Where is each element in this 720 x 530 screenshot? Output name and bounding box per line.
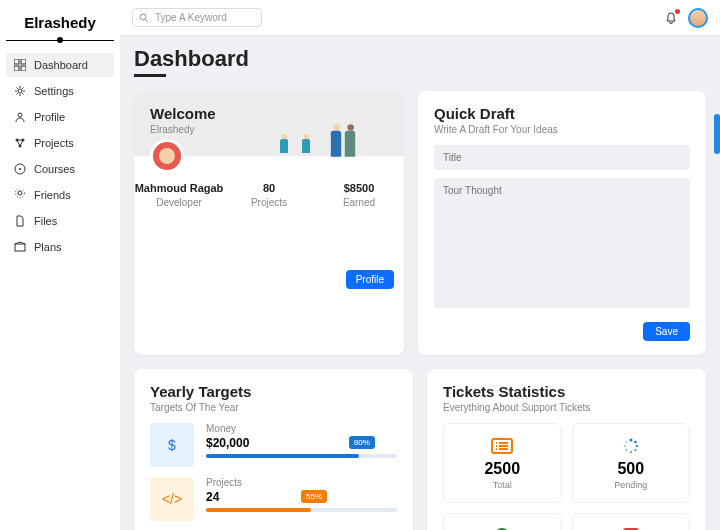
scrollbar-thumb[interactable] [714, 114, 720, 154]
sidebar-item-plans[interactable]: Plans [6, 235, 114, 259]
svg-rect-13 [15, 244, 25, 251]
draft-title-input[interactable] [434, 145, 690, 170]
svg-point-25 [636, 445, 638, 447]
svg-point-27 [630, 451, 632, 453]
sidebar-item-label: Courses [34, 163, 75, 175]
svg-point-5 [18, 113, 22, 117]
welcome-avatar [150, 139, 184, 173]
svg-point-28 [625, 449, 627, 451]
plans-icon [14, 241, 26, 253]
welcome-stat: 80Projects [224, 182, 314, 208]
save-button[interactable]: Save [643, 322, 690, 341]
svg-point-23 [629, 439, 632, 442]
search-input[interactable]: Type A Keyword [132, 8, 262, 27]
dashboard-icon [14, 59, 26, 71]
quick-draft-card: Quick Draft Write A Draft For Your Ideas… [418, 91, 706, 355]
spinner-icon [579, 436, 684, 456]
svg-point-14 [140, 14, 146, 20]
main-content: Dashboard Welcome Elrashedy [120, 36, 720, 530]
money-icon: $ [150, 423, 194, 467]
search-icon [139, 13, 149, 23]
notification-badge [675, 9, 680, 14]
targets-title: Yearly Targets [150, 383, 397, 400]
ticket-closed [443, 513, 562, 530]
sidebar-item-dashboard[interactable]: Dashboard [6, 53, 114, 77]
sidebar-item-label: Dashboard [34, 59, 88, 71]
svg-point-24 [634, 441, 637, 444]
tickets-subtitle: Everything About Support Tickets [443, 402, 690, 413]
search-placeholder: Type A Keyword [155, 12, 227, 23]
friends-icon [14, 189, 26, 201]
welcome-stat: Mahmoud RagabDeveloper [134, 182, 224, 208]
target-row: </> Projects 24 55% [150, 477, 397, 521]
welcome-stat: $8500Earned [314, 182, 404, 208]
sidebar-item-label: Files [34, 215, 57, 227]
sidebar-item-files[interactable]: Files [6, 209, 114, 233]
svg-point-11 [18, 191, 22, 195]
yearly-targets-card: Yearly Targets Targets Of The Year $ Mon… [134, 369, 413, 530]
courses-icon [14, 163, 26, 175]
sidebar-item-courses[interactable]: Courses [6, 157, 114, 181]
tickets-title: Tickets Statistics [443, 383, 690, 400]
welcome-card: Welcome Elrashedy Mahmoud RagabD [134, 91, 404, 355]
ticket-pending: 500 Pending [572, 423, 691, 503]
sidebar-item-label: Friends [34, 189, 71, 201]
tickets-card: Tickets Statistics Everything About Supp… [427, 369, 706, 530]
draft-body-input[interactable] [434, 178, 690, 308]
sidebar-item-label: Plans [34, 241, 62, 253]
svg-point-12 [16, 189, 25, 198]
profile-button[interactable]: Profile [346, 270, 394, 289]
draft-title: Quick Draft [434, 105, 690, 122]
sidebar-item-friends[interactable]: Friends [6, 183, 114, 207]
svg-rect-3 [21, 66, 26, 71]
projects-icon [14, 137, 26, 149]
check-circle-icon [450, 526, 555, 530]
header: Type A Keyword [120, 0, 720, 36]
draft-subtitle: Write A Draft For Your Ideas [434, 124, 690, 135]
list-icon [450, 436, 555, 456]
svg-rect-0 [14, 59, 19, 64]
target-row: $ Money $20,000 80% [150, 423, 397, 467]
svg-point-26 [634, 449, 636, 451]
notifications-button[interactable] [664, 11, 678, 25]
files-icon [14, 215, 26, 227]
welcome-title: Welcome [150, 105, 216, 122]
ticket-total: 2500 Total [443, 423, 562, 503]
svg-rect-2 [14, 66, 19, 71]
svg-line-15 [146, 19, 149, 22]
sidebar-item-projects[interactable]: Projects [6, 131, 114, 155]
ticket-deleted [572, 513, 691, 530]
code-icon: </> [150, 477, 194, 521]
page-title: Dashboard [134, 46, 706, 72]
user-avatar[interactable] [688, 8, 708, 28]
targets-subtitle: Targets Of The Year [150, 402, 397, 413]
sidebar-item-label: Profile [34, 111, 65, 123]
welcome-illustration [278, 105, 388, 155]
x-square-icon [579, 526, 684, 530]
svg-point-10 [19, 168, 21, 170]
title-underline [134, 74, 166, 77]
svg-point-30 [626, 441, 627, 442]
svg-point-4 [18, 89, 22, 93]
sidebar-item-label: Projects [34, 137, 74, 149]
sidebar-item-settings[interactable]: Settings [6, 79, 114, 103]
gear-icon [14, 85, 26, 97]
sidebar: Elrashedy Dashboard Settings Profile Pro… [0, 0, 120, 530]
user-icon [14, 111, 26, 123]
svg-rect-1 [21, 59, 26, 64]
sidebar-item-profile[interactable]: Profile [6, 105, 114, 129]
welcome-subtitle: Elrashedy [150, 124, 216, 135]
svg-point-29 [624, 445, 625, 446]
brand-decoration [6, 37, 114, 43]
sidebar-item-label: Settings [34, 85, 74, 97]
brand: Elrashedy [6, 10, 114, 33]
